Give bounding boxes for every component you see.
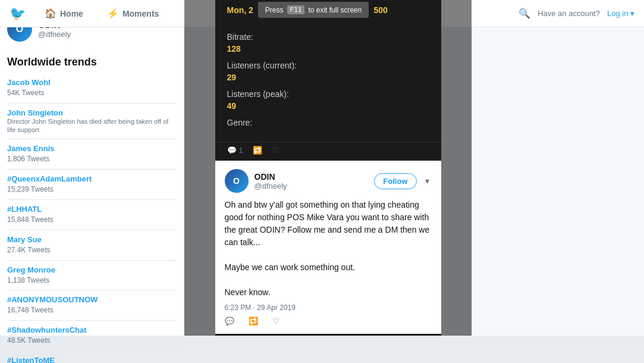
tweet-header: O ODIN @dfneely Follow ▾ bbox=[225, 169, 432, 193]
tweet-text: Oh and btw y'all got something on that l… bbox=[225, 199, 432, 299]
trend-meta: 54K Tweets bbox=[7, 88, 177, 98]
trends-title: Worldwide trends bbox=[7, 51, 177, 73]
twitter-logo-icon: 🐦 bbox=[10, 6, 26, 21]
moments-icon: ⚡ bbox=[107, 8, 119, 19]
like-button[interactable]: ♡ bbox=[272, 317, 279, 326]
reply-action[interactable]: 💬 1 bbox=[227, 146, 243, 155]
trend-name: Jacob Wohl bbox=[7, 78, 177, 87]
nav-moments[interactable]: ⚡ Moments bbox=[102, 0, 164, 27]
reply-icon: 💬 bbox=[225, 317, 234, 326]
center-content: ✕ Stream started: Mon, 2 Press F11 to ex… bbox=[184, 0, 472, 336]
tweet-actions: 💬 🔁 ♡ bbox=[225, 317, 432, 326]
trend-item[interactable]: John Singleton Director John Singleton h… bbox=[7, 104, 177, 140]
tweet-avatar: O bbox=[225, 169, 249, 193]
modal-content: Stream started: Mon, 2 Press F11 to exit… bbox=[215, 0, 441, 142]
trend-item[interactable]: #LHHATL 15,848 Tweets bbox=[7, 200, 177, 230]
nav-home[interactable]: 🏠 Home bbox=[40, 0, 88, 27]
tweet-timestamp: 6:23 PM · 29 Apr 2019 bbox=[225, 303, 432, 312]
reply-button[interactable]: 💬 bbox=[225, 317, 234, 326]
trend-name: Mary Sue bbox=[7, 235, 177, 244]
right-column: Follow bbox=[472, 0, 644, 336]
trend-name: Greg Monroe bbox=[7, 265, 177, 274]
listeners-current-value: 29 bbox=[227, 73, 429, 82]
genre-label: Genre: bbox=[227, 118, 429, 127]
profile-handle: @dfneely bbox=[38, 30, 71, 39]
nav-home-label: Home bbox=[60, 9, 83, 18]
like-icon: ♡ bbox=[272, 317, 279, 326]
bottom-bitrate-section: Bitrate: bbox=[215, 334, 441, 336]
trend-name: #QueenxAdamLambert bbox=[7, 174, 177, 183]
trend-name: #LHHATL bbox=[7, 205, 177, 214]
tweet-card-in-modal: O ODIN @dfneely Follow ▾ Oh and btw y'al… bbox=[215, 161, 441, 334]
tweet-user-info: ODIN @dfneely bbox=[255, 172, 369, 190]
search-icon[interactable]: 🔍 bbox=[519, 8, 530, 19]
chevron-down-button[interactable]: ▾ bbox=[423, 176, 432, 186]
bitrate-value: 128 bbox=[227, 44, 429, 54]
trend-name: John Singleton bbox=[7, 108, 177, 117]
bitrate-suffix: 500 bbox=[373, 5, 387, 15]
trend-name: #ShadowhuntersChat bbox=[7, 326, 177, 334]
modal-overlay[interactable]: ✕ Stream started: Mon, 2 Press F11 to ex… bbox=[184, 0, 472, 336]
retweet-icon: 🔁 bbox=[253, 146, 262, 155]
listeners-current-label: Listeners (current): bbox=[227, 61, 429, 70]
have-account-text: Have an account? bbox=[538, 9, 600, 18]
trend-item[interactable]: #ShadowhuntersChat 48.5K Tweets bbox=[7, 321, 177, 351]
listeners-peak-label: Listeners (peak): bbox=[227, 89, 429, 99]
trend-name: James Ennis bbox=[7, 144, 177, 153]
left-sidebar: O ODIN @dfneely Worldwide trends Jacob W… bbox=[0, 0, 184, 336]
tweet-handle: @dfneely bbox=[255, 182, 369, 190]
trend-item[interactable]: Mary Sue 27.4K Tweets bbox=[7, 230, 177, 261]
retweet-icon: 🔁 bbox=[249, 317, 258, 326]
trend-item[interactable]: #QueenxAdamLambert 15,239 Tweets bbox=[7, 170, 177, 200]
nav-moments-label: Moments bbox=[122, 9, 159, 18]
trend-meta: 15,848 Tweets bbox=[7, 215, 177, 225]
trend-item[interactable]: Greg Monroe 1,138 Tweets bbox=[7, 261, 177, 291]
header-right: 🔍 Have an account? Log in ▾ bbox=[519, 8, 634, 19]
trend-name: #ListenToME bbox=[7, 356, 177, 363]
trends-section: Worldwide trends Jacob Wohl 54K Tweets J… bbox=[7, 51, 177, 363]
modal: ✕ Stream started: Mon, 2 Press F11 to ex… bbox=[215, 0, 441, 336]
like-icon: ♡ bbox=[272, 146, 279, 155]
like-action[interactable]: ♡ bbox=[272, 146, 279, 155]
trend-item[interactable]: James Ennis 1,806 Tweets bbox=[7, 139, 177, 170]
home-icon: 🏠 bbox=[45, 8, 56, 19]
trend-item[interactable]: Jacob Wohl 54K Tweets bbox=[7, 73, 177, 104]
trend-meta: 1,138 Tweets bbox=[7, 276, 177, 286]
tweet-name: ODIN bbox=[255, 172, 369, 182]
trend-name: #ANONYMOUSOUTNOW bbox=[7, 295, 177, 304]
retweet-button[interactable]: 🔁 bbox=[249, 317, 258, 326]
trend-description: Director John Singleton has died after b… bbox=[7, 117, 177, 134]
fullscreen-tooltip: Press F11 to exit full screen bbox=[258, 2, 369, 18]
page-wrapper: O ODIN @dfneely Worldwide trends Jacob W… bbox=[0, 0, 644, 336]
reply-icon: 💬 bbox=[227, 146, 237, 155]
login-link[interactable]: Log in ▾ bbox=[607, 9, 634, 18]
trend-meta: 1,806 Tweets bbox=[7, 154, 177, 164]
retweet-action[interactable]: 🔁 bbox=[253, 146, 262, 155]
reply-count: 1 bbox=[239, 146, 243, 155]
trend-meta: 27.4K Tweets bbox=[7, 245, 177, 255]
stream-started-value: Mon, 2 bbox=[227, 5, 253, 15]
trend-meta: 15,239 Tweets bbox=[7, 184, 177, 195]
trend-meta: 48.5K Tweets bbox=[7, 336, 177, 346]
tweet-follow-button[interactable]: Follow bbox=[374, 173, 416, 189]
f11-key: F11 bbox=[287, 5, 305, 14]
trend-meta: 16,748 Tweets bbox=[7, 305, 177, 315]
bitrate-label: Bitrate: bbox=[227, 32, 429, 42]
trend-item[interactable]: #ANONYMOUSOUTNOW 16,748 Tweets bbox=[7, 290, 177, 321]
trend-item[interactable]: #ListenToME 10.8K Tweets bbox=[7, 351, 177, 363]
listeners-peak-value: 49 bbox=[227, 101, 429, 111]
